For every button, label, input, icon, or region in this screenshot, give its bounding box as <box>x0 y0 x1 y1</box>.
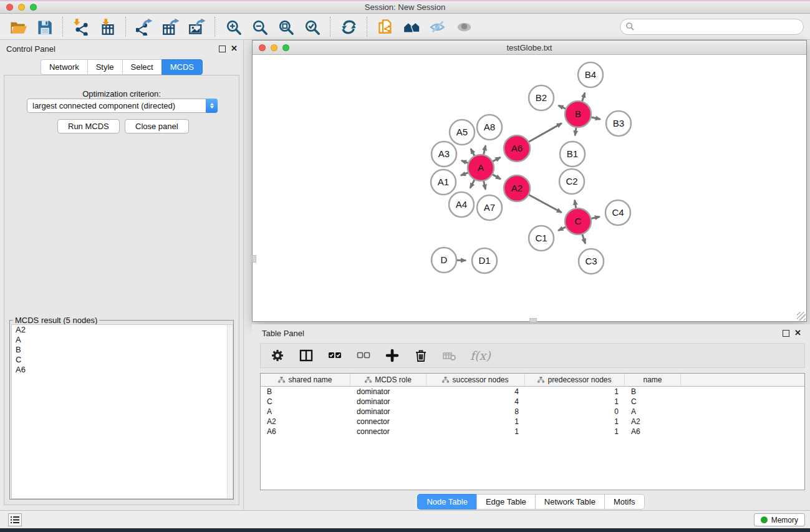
tab-edge-table[interactable]: Edge Table <box>476 494 535 510</box>
cell[interactable]: 4 <box>427 397 525 406</box>
graph-node-A5[interactable]: A5 <box>450 120 475 145</box>
edge-B-B4[interactable] <box>582 93 585 102</box>
cell[interactable]: dominator <box>350 397 427 406</box>
cell[interactable]: 1 <box>525 387 625 396</box>
cell[interactable]: C <box>625 397 681 406</box>
select-all-button[interactable] <box>327 347 343 364</box>
cell[interactable]: dominator <box>350 387 427 396</box>
graph-node-A[interactable]: A <box>468 155 494 181</box>
zoom-selected-button[interactable] <box>301 17 322 37</box>
network-vertical-scroll-thumb[interactable] <box>252 255 256 263</box>
column-header-predecessor-nodes[interactable]: predecessor nodes <box>525 374 625 386</box>
cell[interactable]: B <box>625 387 681 396</box>
mcds-result-item[interactable]: B <box>12 345 233 355</box>
run-mcds-button[interactable]: Run MCDS <box>57 119 120 133</box>
edge-B-B2[interactable] <box>558 105 566 109</box>
mcds-result-item[interactable]: C <box>12 355 233 365</box>
edge-A-A8[interactable] <box>483 145 485 155</box>
memory-button[interactable]: Memory <box>754 513 805 526</box>
cell[interactable]: 1 <box>427 427 525 436</box>
graph-node-A3[interactable]: A3 <box>432 142 456 167</box>
mcds-result-item[interactable]: A6 <box>12 365 233 375</box>
export-network-button[interactable] <box>133 17 155 37</box>
cell[interactable]: A <box>261 407 350 416</box>
cell[interactable]: C <box>261 397 350 406</box>
graph-node-A6[interactable]: A6 <box>504 135 530 162</box>
zoom-out-button[interactable] <box>249 17 270 37</box>
graph-node-B1[interactable]: B1 <box>560 142 585 167</box>
edge-B-B3[interactable] <box>591 117 600 120</box>
tab-style[interactable]: Style <box>87 59 122 75</box>
deselect-all-button[interactable] <box>355 347 372 364</box>
delete-table-button[interactable] <box>441 347 458 364</box>
function-builder-button[interactable]: f(x) <box>470 349 491 362</box>
optimization-criterion-select[interactable]: largest connected component (directed) <box>27 99 218 113</box>
graph-node-C2[interactable]: C2 <box>559 169 584 194</box>
cell[interactable]: 1 <box>525 397 625 406</box>
graph-node-A7[interactable]: A7 <box>477 195 502 220</box>
edge-C-C1[interactable] <box>558 227 566 231</box>
mcds-list-scrollbar[interactable] <box>227 325 233 498</box>
graph-node-A8[interactable]: A8 <box>477 115 502 140</box>
graph-node-B[interactable]: B <box>565 101 591 127</box>
graph-node-A2[interactable]: A2 <box>504 175 530 201</box>
graph-node-C[interactable]: C <box>565 208 591 235</box>
edge-C-C3[interactable] <box>582 234 586 244</box>
tab-mcds[interactable]: MCDS <box>162 59 203 75</box>
show-all-button[interactable] <box>453 17 475 37</box>
network-graph-canvas[interactable]: B4B2BB3A5A8A6A3B1AC2A1A2A4A7C4CC1DD1C3 <box>253 55 806 318</box>
table-panel-float-icon[interactable] <box>783 330 789 337</box>
cell[interactable]: 4 <box>427 387 525 396</box>
hide-selected-button[interactable] <box>427 17 448 37</box>
export-image-button[interactable] <box>186 17 207 37</box>
cell[interactable]: A2 <box>625 417 681 426</box>
cell[interactable]: A6 <box>625 427 681 436</box>
control-panel-float-icon[interactable] <box>219 46 226 52</box>
table-row[interactable]: A2connector11A2 <box>261 417 804 427</box>
edge-A-A7[interactable] <box>483 181 485 190</box>
graph-node-B3[interactable]: B3 <box>606 111 631 136</box>
zoom-fit-button[interactable] <box>275 17 296 37</box>
tab-node-table[interactable]: Node Table <box>417 494 476 510</box>
delete-row-button[interactable] <box>413 347 429 364</box>
cell[interactable]: 1 <box>525 417 625 426</box>
graph-node-D[interactable]: D <box>432 248 456 273</box>
cell[interactable]: 1 <box>525 427 625 436</box>
edge-C-C4[interactable] <box>591 216 600 218</box>
edge-B-B1[interactable] <box>575 127 576 135</box>
tab-motifs[interactable]: Motifs <box>604 494 645 510</box>
graph-node-C3[interactable]: C3 <box>579 249 604 274</box>
table-settings-button[interactable] <box>269 347 286 364</box>
graph-node-D1[interactable]: D1 <box>472 248 497 273</box>
edge-A6-B[interactable] <box>528 123 562 142</box>
graph-node-B2[interactable]: B2 <box>529 85 554 110</box>
column-header-MCDS-role[interactable]: MCDS role <box>350 374 427 386</box>
table-row[interactable]: Bdominator41B <box>261 387 804 397</box>
export-table-button[interactable] <box>160 17 181 37</box>
network-horizontal-scroll-thumb[interactable] <box>529 318 537 322</box>
graph-node-A4[interactable]: A4 <box>449 192 474 217</box>
graph-node-A1[interactable]: A1 <box>431 170 456 195</box>
column-header-successor-nodes[interactable]: successor nodes <box>427 374 525 386</box>
toggle-column-button[interactable] <box>298 347 314 364</box>
import-table-button[interactable] <box>97 17 118 37</box>
task-history-button[interactable] <box>8 513 22 526</box>
search-input[interactable] <box>620 19 804 35</box>
cell[interactable]: A2 <box>261 417 350 426</box>
graph-node-B4[interactable]: B4 <box>578 62 603 87</box>
cell[interactable]: B <box>261 387 350 396</box>
tab-network[interactable]: Network <box>41 59 87 75</box>
import-network-button[interactable] <box>70 17 92 37</box>
edge-A-A2[interactable] <box>492 174 501 179</box>
graph-node-C4[interactable]: C4 <box>605 200 630 225</box>
cell[interactable]: A <box>625 407 681 416</box>
table-panel-close-icon[interactable]: ✕ <box>794 329 801 337</box>
cell[interactable]: connector <box>350 417 427 426</box>
zoom-in-button[interactable] <box>223 17 244 37</box>
edge-A-A4[interactable] <box>470 180 475 188</box>
cell[interactable]: 1 <box>427 417 525 426</box>
table-row[interactable]: Cdominator41C <box>261 397 804 407</box>
control-panel-close-icon[interactable]: ✕ <box>231 44 238 53</box>
tab-select[interactable]: Select <box>122 59 162 75</box>
edge-A-A5[interactable] <box>471 149 475 157</box>
